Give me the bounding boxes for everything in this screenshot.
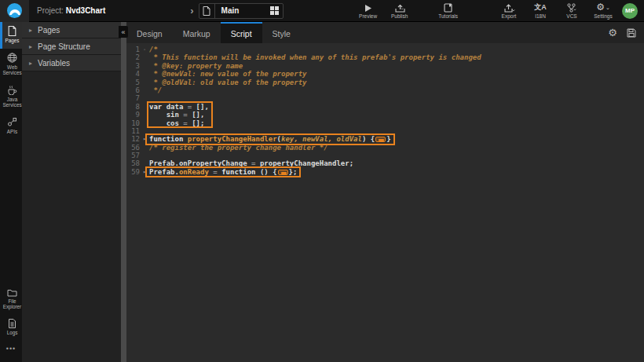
- line-number: 57: [126, 152, 140, 159]
- vcs-button[interactable]: VCS: [562, 2, 582, 19]
- code-segment-plain: cos: [149, 119, 183, 127]
- sidebar-item-pages[interactable]: Pages: [0, 22, 22, 49]
- code-line[interactable]: 59▸Prefab.onReady = function () {};: [126, 168, 644, 176]
- code-line[interactable]: 5 * @oldVal: old value of the property: [126, 79, 644, 86]
- export-label: Export: [502, 13, 517, 19]
- code-line[interactable]: 8var data = [],: [126, 103, 644, 111]
- sidebar-item-label: Logs: [7, 330, 18, 336]
- folded-code-widget[interactable]: [375, 137, 386, 142]
- code-line[interactable]: 10 cos = [];: [126, 119, 644, 127]
- tutorials-button[interactable]: Tutorials: [438, 2, 459, 19]
- sidebar-item-web-services[interactable]: Web Services: [0, 49, 22, 81]
- code-line[interactable]: 11: [126, 127, 644, 135]
- user-avatar[interactable]: MP: [622, 3, 638, 19]
- code-line[interactable]: 2 * This function will be invoked when a…: [126, 53, 644, 61]
- pages-grid-icon[interactable]: [270, 6, 279, 15]
- code-text: * @newVal: new value of the property: [149, 70, 306, 78]
- code-line[interactable]: 7: [126, 94, 644, 102]
- code-segment-plain: () {: [256, 168, 277, 176]
- code-segment-comment: * @key: property name: [149, 62, 243, 70]
- code-segment-plain: [],: [188, 111, 205, 119]
- panel-section-variables[interactable]: ▸ Variables: [22, 55, 121, 71]
- code-text: * @oldVal: old value of the property: [149, 79, 306, 86]
- folded-code-widget[interactable]: [278, 170, 288, 175]
- left-panel: ▸ Pages ▸ Page Structure ▸ Variables «: [22, 22, 121, 362]
- line-number: 1: [126, 46, 140, 53]
- code-segment-plain: data: [162, 103, 188, 111]
- java-services-coffee-icon: [7, 85, 17, 95]
- panel-section-label: Page Structure: [38, 42, 90, 51]
- panel-section-page-structure[interactable]: ▸ Page Structure: [22, 38, 121, 55]
- page-file-icon: [199, 4, 215, 18]
- fold-marker-empty: [140, 144, 149, 152]
- sidebar-item-java-services[interactable]: Java Services: [0, 81, 22, 113]
- tab-script[interactable]: Script: [221, 22, 262, 43]
- script-settings-gear-icon[interactable]: ⚙: [608, 27, 617, 38]
- i18n-button[interactable]: 文A I18N: [530, 2, 551, 19]
- sidebar-bottom-group: File Explorer Logs •••: [0, 284, 22, 358]
- settings-gear-icon: ⚙⌄: [596, 2, 610, 13]
- code-segment-comment: * @oldVal: old value of the property: [149, 79, 306, 86]
- code-segment-param: key, newVal, oldVal: [281, 135, 362, 143]
- panel-splitter[interactable]: [121, 22, 126, 362]
- collapse-triangle-icon: ▸: [29, 27, 32, 34]
- i18n-translate-icon: 文A: [534, 2, 547, 13]
- code-segment-plain: Prefab.: [149, 168, 179, 176]
- code-segment-func: onReady: [179, 168, 209, 176]
- code-line[interactable]: 3 * @key: property name: [126, 62, 644, 70]
- preview-label: Preview: [359, 13, 377, 19]
- editor-tabbar: Design Markup Script Style ⚙: [126, 22, 644, 43]
- publish-button[interactable]: Publish: [390, 2, 410, 19]
- sidebar-item-label: Pages: [5, 38, 20, 44]
- tabbar-right-actions: ⚙: [598, 22, 644, 43]
- pages-icon: [8, 26, 16, 36]
- line-number: 10: [126, 119, 140, 127]
- fold-marker-empty: [140, 103, 149, 111]
- code-segment-plain: [];: [188, 119, 205, 127]
- code-segment-keyword: function: [221, 168, 255, 176]
- code-text: var data = [],: [149, 103, 209, 111]
- settings-label: Settings: [594, 13, 613, 19]
- sidebar-item-label: APIs: [7, 129, 17, 135]
- code-segment-plain: }: [386, 135, 390, 143]
- sidebar-item-file-explorer[interactable]: File Explorer: [0, 284, 22, 315]
- code-line[interactable]: 9 sin = [],: [126, 111, 644, 119]
- page-selector-value: Main: [215, 6, 270, 15]
- page-selector[interactable]: Main: [199, 3, 284, 19]
- code-segment-comment: /* register the property change handler …: [149, 144, 328, 152]
- save-icon[interactable]: [627, 28, 636, 38]
- code-line[interactable]: 56/* register the property change handle…: [126, 144, 644, 152]
- code-segment-comment: * This function will be invoked when any…: [149, 53, 481, 61]
- code-line[interactable]: 58Prefab.onPropertyChange = propertyChan…: [126, 159, 644, 167]
- sidebar-item-apis[interactable]: APIs: [0, 113, 22, 140]
- tab-markup[interactable]: Markup: [173, 22, 221, 43]
- apis-icon: [7, 117, 17, 127]
- wavemaker-logo-icon: [7, 3, 22, 18]
- code-line[interactable]: 1-/*: [126, 46, 644, 53]
- publish-upload-icon: [393, 2, 406, 13]
- tab-design[interactable]: Design: [126, 22, 173, 43]
- fold-marker-empty: [140, 159, 149, 167]
- app-logo[interactable]: [0, 0, 29, 22]
- code-lines: 1-/*2 * This function will be invoked wh…: [126, 43, 644, 176]
- settings-button[interactable]: ⚙⌄ Settings: [593, 2, 613, 19]
- panel-collapse-button[interactable]: «: [119, 26, 128, 38]
- chevron-right-icon[interactable]: ›: [190, 5, 193, 16]
- code-segment-comment: * @newVal: new value of the property: [149, 70, 306, 78]
- fold-marker-empty: [140, 70, 149, 78]
- code-line[interactable]: 6 */: [126, 86, 644, 94]
- code-line[interactable]: 57: [126, 152, 644, 159]
- tab-style[interactable]: Style: [262, 22, 301, 43]
- top-header: Project: Nvd3Chart › Main Preview Publis…: [0, 0, 644, 22]
- code-editor[interactable]: 1-/*2 * This function will be invoked wh…: [126, 43, 644, 362]
- code-line[interactable]: 12▸function propertyChangeHandler(key, n…: [126, 135, 644, 143]
- preview-button[interactable]: Preview: [358, 2, 379, 19]
- fold-marker-empty: [140, 62, 149, 70]
- panel-section-pages[interactable]: ▸ Pages: [22, 22, 121, 38]
- fold-marker-icon[interactable]: -: [140, 46, 149, 53]
- sidebar-more-button[interactable]: •••: [0, 340, 22, 357]
- sidebar-item-logs[interactable]: Logs: [0, 315, 22, 341]
- code-line[interactable]: 4 * @newVal: new value of the property: [126, 70, 644, 78]
- export-button[interactable]: Export: [499, 2, 519, 19]
- panel-section-label: Pages: [38, 26, 60, 35]
